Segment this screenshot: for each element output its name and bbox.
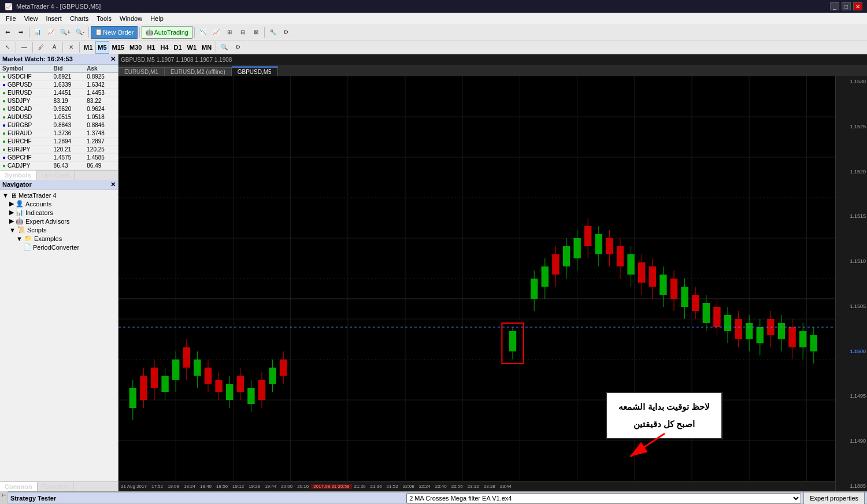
tb-new-btn[interactable]: ⬅ [1, 26, 14, 39]
tf-mn[interactable]: MN [199, 41, 214, 54]
expert-properties-btn[interactable]: Expert properties [803, 492, 865, 505]
chart-tab-eurusd-m2[interactable]: EURUSD,M2 (offline) [165, 67, 232, 76]
mw-cell-ask: 1.6342 [84, 81, 118, 89]
tb-chart-btn[interactable]: 📊 [31, 26, 44, 39]
tf-gear-icon[interactable]: ⚙ [231, 41, 244, 54]
mw-tab-tick[interactable]: Tick Chart [36, 171, 75, 180]
nav-item-period-converter[interactable]: 📄 PeriodConverter [0, 243, 118, 251]
nav-scripts-arrow: ▼ [9, 227, 16, 234]
tb-back-btn[interactable]: ➡ [14, 26, 27, 39]
mw-row[interactable]: ●EURAUD 1.3736 1.3748 [0, 129, 118, 138]
menu-help[interactable]: Help [147, 14, 167, 23]
toolbar-main: ⬅ ➡ 📊 📈 🔍+ 🔍- 📋 New Order 🤖 AutoTrading … [0, 24, 867, 40]
nav-indicators-arrow: ▶ [9, 209, 14, 216]
mw-row[interactable]: ●EURUSD 1.4451 1.4453 [0, 89, 118, 97]
mw-row[interactable]: ●CADJPY 86.43 86.49 [0, 162, 118, 170]
menu-bar: File View Insert Charts Tools Window Hel… [0, 13, 867, 24]
mw-close-icon[interactable]: ✕ [110, 55, 116, 63]
nav-item-accounts[interactable]: ▶ 👤 Accounts [0, 199, 118, 208]
tb-misc1[interactable]: 📉 [197, 26, 209, 39]
tf-m5[interactable]: M5 [95, 41, 109, 54]
menu-file[interactable]: File [2, 14, 20, 23]
tf-text[interactable]: A [48, 41, 61, 54]
mw-cell-symbol: ●EURUSD [0, 89, 51, 97]
tb-zoom-in[interactable]: 🔍+ [58, 26, 73, 39]
nav-indicators-label: Indicators [25, 209, 53, 216]
ea-selector[interactable]: 2 MA Crosses Mega filter EA V1.ex4 [406, 493, 801, 503]
mw-cell-bid: 1.2894 [51, 138, 85, 146]
mw-row[interactable]: ●EURJPY 120.21 120.25 [0, 146, 118, 154]
mw-row[interactable]: ●GBPUSD 1.6339 1.6342 [0, 81, 118, 89]
chart-tab-gbpusd-m5[interactable]: GBPUSD,M5 [232, 66, 278, 76]
new-order-btn[interactable]: 📋 New Order [91, 26, 138, 39]
tf-del[interactable]: ✕ [65, 41, 77, 54]
mw-row[interactable]: ●EURGBP 0.8843 0.8846 [0, 121, 118, 129]
nav-accounts-icon: 👤 [16, 200, 24, 207]
tb-line-btn[interactable]: 📈 [45, 26, 57, 39]
menu-window[interactable]: Window [116, 14, 146, 23]
svg-line-112 [630, 433, 665, 457]
close-button[interactable]: ✕ [853, 2, 862, 10]
nav-root[interactable]: ▼ 🖥 MetaTrader 4 [0, 191, 118, 199]
svg-rect-74 [627, 254, 634, 275]
tf-line[interactable]: — [18, 41, 31, 54]
menu-insert[interactable]: Insert [42, 14, 65, 23]
tf-m15[interactable]: M15 [110, 41, 127, 54]
time-1: 21 Aug 2017 [118, 484, 149, 489]
tb-misc5[interactable]: ⊠ [250, 26, 262, 39]
menu-view[interactable]: View [21, 14, 42, 23]
mw-cell-symbol: ●EURCHF [0, 138, 51, 146]
nav-item-scripts[interactable]: ▼ 📜 Scripts [0, 225, 118, 234]
svg-rect-56 [531, 279, 538, 299]
mw-row[interactable]: ●USDCHF 0.8921 0.8925 [0, 73, 118, 81]
menu-tools[interactable]: Tools [93, 14, 115, 23]
nav-scripts-icon: 📜 [17, 226, 25, 234]
time-20: 23:12 [465, 484, 481, 489]
time-18: 22:40 [433, 484, 449, 489]
nav-item-expert-advisors[interactable]: ▶ 🤖 Expert Advisors [0, 217, 118, 225]
nav-tab-favorites[interactable]: Favorites [38, 482, 73, 491]
svg-rect-40 [215, 380, 222, 392]
svg-rect-94 [735, 319, 742, 339]
tf-cursor[interactable]: ↖ [1, 41, 14, 54]
mw-cell-bid: 83.19 [51, 97, 85, 105]
tf-h1[interactable]: H1 [144, 41, 157, 54]
chart-tab-eurusd-m1[interactable]: EURUSD,M1 [118, 67, 165, 76]
mw-tab-symbols[interactable]: Symbols [0, 171, 36, 180]
tf-h4[interactable]: H4 [158, 41, 171, 54]
tb-misc3[interactable]: ⊞ [223, 26, 236, 39]
mw-row[interactable]: ●USDJPY 83.19 83.22 [0, 97, 118, 105]
tb-zoom-out[interactable]: 🔍- [73, 26, 87, 39]
tf-m1[interactable]: M1 [81, 41, 95, 54]
svg-rect-58 [542, 266, 549, 287]
mw-row[interactable]: ●USDCAD 0.9620 0.9624 [0, 105, 118, 113]
chart-canvas[interactable]: 1.1530 1.1525 1.1520 1.1515 1.1510 1.150… [118, 76, 867, 491]
navigator-header: Navigator ✕ [0, 180, 118, 190]
svg-rect-84 [681, 287, 688, 307]
mw-row[interactable]: ●EURCHF 1.2894 1.2897 [0, 138, 118, 146]
nav-tab-common[interactable]: Common [0, 482, 38, 491]
title-bar: 📈 MetaTrader 4 - [GBPUSD,M5] _ □ ✕ [0, 0, 867, 13]
nav-item-examples[interactable]: ▼ 📁 Examples [0, 234, 118, 243]
nav-item-indicators[interactable]: ▶ 📊 Indicators [0, 208, 118, 217]
auto-trading-btn[interactable]: 🤖 AutoTrading [142, 26, 192, 39]
tb-misc7[interactable]: ⚙ [280, 26, 292, 39]
mw-cell-bid: 1.4451 [51, 89, 85, 97]
tf-d1[interactable]: D1 [172, 41, 184, 54]
tf-misc[interactable]: 🖊 [35, 41, 47, 54]
tf-w1[interactable]: W1 [185, 41, 199, 54]
mw-row[interactable]: ●AUDUSD 1.0515 1.0518 [0, 113, 118, 121]
tb-misc2[interactable]: 📈 [210, 26, 223, 39]
nav-ea-icon: 🤖 [16, 217, 24, 225]
tb-misc4[interactable]: ⊟ [236, 26, 249, 39]
mw-row[interactable]: ●GBPCHF 1.4575 1.4585 [0, 154, 118, 162]
tb-misc6[interactable]: 🔧 [266, 26, 279, 39]
tf-m30[interactable]: M30 [127, 41, 144, 54]
minimize-button[interactable]: _ [830, 2, 839, 10]
navigator-close-icon[interactable]: ✕ [110, 181, 116, 188]
maximize-button[interactable]: □ [842, 2, 851, 10]
nav-examples-arrow: ▼ [16, 235, 23, 242]
menu-charts[interactable]: Charts [66, 14, 92, 23]
tf-search-icon[interactable]: 🔍 [218, 41, 231, 54]
nav-accounts-label: Accounts [25, 201, 51, 207]
